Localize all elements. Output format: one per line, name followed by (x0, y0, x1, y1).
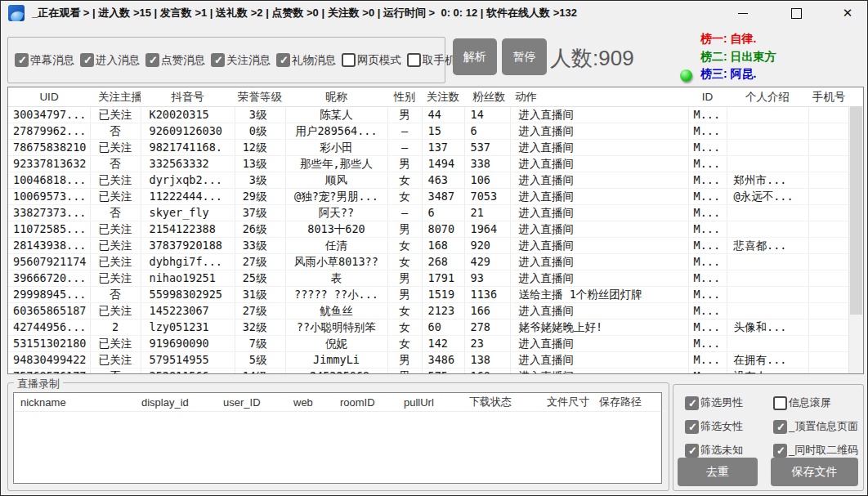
cell-nickname: 顺风 (285, 172, 387, 189)
cell-nickname: ????? ??小... (285, 287, 387, 303)
table-row[interactable]: 10046818... 已关注 dyrjxqb2... 3级 顺风 女 463 … (8, 172, 849, 189)
parse-button[interactable]: 解析 (453, 38, 497, 75)
table-row[interactable]: 94830499422 已关注 579514955 5级 JimmyLi 男 3… (8, 352, 849, 369)
close-icon: ✕ (843, 6, 853, 20)
column-header[interactable]: 抖音号 (141, 87, 235, 107)
cell-follow-status: 否 (90, 287, 141, 303)
app-window: _正在观看 > | 进入数 >15 | 发言数 >1 | 送礼数 >2 | 点赞… (0, 0, 868, 496)
minimize-button[interactable] (724, 1, 762, 25)
table-row[interactable]: 39666720... 已关注 nihao19251 25级 表 男 1791 … (8, 270, 849, 287)
close-button[interactable]: ✕ (829, 1, 866, 25)
column-header[interactable]: ID (688, 87, 727, 107)
column-header[interactable]: 荣誉等级 (235, 87, 285, 107)
column-header[interactable]: 性别 (387, 87, 422, 107)
column-header[interactable]: 关注主播 (90, 87, 141, 107)
cell-bio (727, 336, 808, 352)
filter-checkbox[interactable]: 筛选未知 (685, 443, 743, 458)
table-row[interactable]: 33827373... 否 skyer_fly 37级 阿天?? – 6 21 … (8, 205, 849, 221)
cell-following-count: 168 (422, 238, 464, 254)
live-recording-group: 直播录制 nickname display_id user_ID web roo… (7, 382, 669, 491)
cell-following-count: 268 (422, 254, 464, 270)
scrollbar-thumb[interactable] (850, 106, 862, 315)
table-row[interactable]: 11072585... 已关注 2154122388 26级 8013十620 … (8, 221, 849, 238)
cell-phone (808, 270, 849, 287)
titlebar: _正在观看 > | 进入数 >15 | 发言数 >1 | 送礼数 >2 | 点赞… (1, 1, 867, 25)
table-row[interactable]: 60365865187 已关注 145223067 27级 鱿鱼丝 女 2123… (8, 303, 849, 319)
cell-gender: – (387, 123, 422, 140)
cell-douyin-id: 145223067 (141, 303, 235, 319)
vertical-scrollbar[interactable] (848, 106, 863, 373)
table-row[interactable]: 28143938... 已关注 37837920188 33级 任清 女 168… (8, 238, 849, 254)
table-row[interactable]: 27879962... 否 92609126030 0级 用户289564...… (8, 123, 849, 140)
table-row[interactable]: 78675838210 已关注 9821741168. 12级 彩小田 – 13… (8, 140, 849, 156)
cell-honor-level: 3级 (235, 172, 285, 189)
cell-following-count: 142 (422, 336, 464, 352)
filter-checkbox[interactable]: 筛选女性 (685, 419, 743, 434)
pause-button[interactable]: 暂停 (502, 38, 547, 75)
cell-fans-count: 93 (464, 270, 510, 287)
recording-column-header[interactable]: user_ID (217, 396, 287, 409)
filter-checkbox[interactable]: 筛选男性 (685, 395, 743, 410)
table-row[interactable]: 30034797... 已关注 K20020315 3级 陈某人 男 44 14… (8, 107, 849, 123)
column-header[interactable]: 昵称 (285, 87, 387, 107)
message-type-checkbox[interactable]: 弹幕消息 (15, 53, 74, 68)
cell-douyin-id: dybhgi7f... (141, 254, 235, 270)
column-header[interactable]: 手机号 (808, 87, 849, 107)
cell-phone (808, 352, 849, 369)
column-header[interactable]: 粉丝数 (464, 87, 510, 107)
checkbox-label: 筛选未知 (700, 443, 743, 458)
message-type-checkbox[interactable]: 网页模式 (342, 53, 401, 68)
dedupe-button[interactable]: 去重 (678, 458, 758, 486)
table-row[interactable]: 75768576177 否 352811566 14级 _245325069 男… (8, 369, 849, 375)
maximize-button[interactable] (777, 1, 815, 25)
checkbox-icon (145, 53, 159, 67)
cell-following-count: 463 (422, 172, 464, 189)
table-row[interactable]: 95607921174 已关注 dybhgi7f... 27级 风雨小草8013… (8, 254, 849, 270)
recording-column-header[interactable]: display_id (135, 396, 217, 409)
message-type-checkbox[interactable]: 关注消息 (211, 53, 271, 68)
cell-follow-status: 已关注 (90, 172, 141, 189)
cell-following-count: 3487 (422, 189, 464, 205)
cell-uid: 28143938... (8, 238, 90, 254)
table-row[interactable]: 42744956... 2 lzy051231 32级 ??小聪明特别笨 女 6… (8, 319, 849, 336)
cell-id: M... (688, 303, 727, 319)
column-header[interactable]: UID (8, 87, 90, 107)
cell-nickname: 8013十620 (285, 221, 387, 238)
cell-action: 进入直播间 (510, 369, 688, 375)
cell-bio: 头像和... (727, 319, 808, 336)
cell-fans-count: 1136 (464, 287, 510, 303)
checkbox-label: _同时取二维码 (789, 443, 858, 458)
column-header[interactable]: 关注数 (422, 87, 464, 107)
table-row[interactable]: 53151302180 已关注 919690090 7级 倪妮 女 142 23… (8, 336, 849, 352)
maximize-icon (791, 8, 802, 19)
recording-column-header[interactable]: web (287, 396, 333, 409)
recording-column-header[interactable]: roomID (333, 396, 397, 409)
table-row[interactable]: 10069573... 已关注 11222444... 29级 @独?宠?男朋.… (8, 189, 849, 205)
recording-column-header[interactable]: nickname (14, 396, 135, 409)
green-status-ball-icon (680, 69, 692, 82)
recording-column-header[interactable]: pullUrl (397, 396, 463, 409)
recording-column-header[interactable]: 下载状态 (463, 395, 536, 409)
cell-nickname: 用户289564... (285, 123, 387, 140)
filter-checkbox[interactable]: _同时取二维码 (773, 443, 858, 458)
filter-checkbox[interactable]: 信息滚屏 (773, 395, 858, 410)
cell-douyin-id: 332563332 (141, 156, 235, 172)
save-file-button[interactable]: 保存文件 (771, 458, 858, 486)
window-title: _正在观看 > | 进入数 >15 | 发言数 >1 | 送礼数 >2 | 点赞… (32, 6, 577, 20)
column-header[interactable]: 动作 (510, 87, 688, 107)
recording-column-header[interactable]: 保存路径 (593, 395, 647, 409)
recording-column-header[interactable]: 文件尺寸 (536, 395, 593, 409)
cell-nickname: JimmyLi (285, 352, 387, 369)
column-header[interactable]: 个人介绍 (727, 87, 808, 107)
cell-phone (808, 287, 849, 303)
message-type-checkbox[interactable]: 进入消息 (80, 53, 140, 68)
cell-action: 进入直播间 (510, 270, 688, 287)
cell-id: M... (688, 238, 727, 254)
table-row[interactable]: 29998945... 否 55998302925 31级 ????? ??小.… (8, 287, 849, 303)
message-type-checkbox[interactable]: 礼物消息 (276, 53, 336, 68)
cell-douyin-id: 579514955 (141, 352, 235, 369)
table-row[interactable]: 92337813632 否 332563332 13级 那些年,那些人 男 14… (8, 156, 849, 172)
message-type-checkbox[interactable]: 点赞消息 (145, 53, 205, 68)
cell-following-count: 44 (422, 107, 464, 123)
filter-checkbox[interactable]: _顶置信息页面 (773, 419, 858, 434)
